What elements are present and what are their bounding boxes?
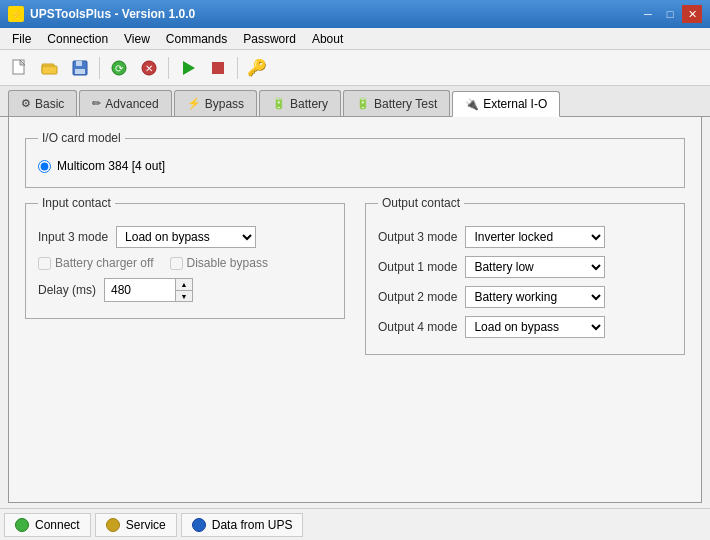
save-button[interactable] [66,55,94,81]
delay-label: Delay (ms) [38,283,96,297]
output3-select[interactable]: Inverter locked Battery low Battery work… [465,226,605,248]
window-controls: ─ □ ✕ [638,5,702,23]
menu-commands[interactable]: Commands [158,30,235,48]
output2-label: Output 2 mode [378,290,457,304]
save-icon [71,59,89,77]
svg-rect-6 [75,69,85,74]
open-icon [41,59,59,77]
play-button[interactable] [174,55,202,81]
io-model-label: Multicom 384 [4 out] [57,159,165,173]
output4-label: Output 4 mode [378,320,457,334]
service-status-dot [106,518,120,532]
toolbar-separator-2 [168,57,169,79]
battery-charger-checkbox [38,257,51,270]
io-model-radio[interactable] [38,160,51,173]
data-status-dot [192,518,206,532]
window-title: UPSToolsPlus - Version 1.0.0 [30,7,195,21]
battery-charger-label: Battery charger off [55,256,154,270]
checkboxes-row: Battery charger off Disable bypass [38,256,332,270]
tab-battery-icon: 🔋 [272,97,286,110]
io-columns: Input contact Input 3 mode Load on bypas… [19,192,691,359]
maximize-button[interactable]: □ [660,5,680,23]
output3-row: Output 3 mode Inverter locked Battery lo… [378,226,672,248]
output1-label: Output 1 mode [378,260,457,274]
new-button[interactable] [6,55,34,81]
delay-row: Delay (ms) 480 ▲ ▼ [38,278,332,302]
input3-row: Input 3 mode Load on bypass Battery low … [38,226,332,248]
svg-rect-12 [212,62,224,74]
battery-charger-checkbox-label: Battery charger off [38,256,154,270]
menu-connection[interactable]: Connection [39,30,116,48]
input-contact-legend: Input contact [38,196,115,210]
tab-battery-test[interactable]: 🔋 Battery Test [343,90,450,116]
connect-button[interactable]: ⟳ [105,55,133,81]
stop-icon [209,59,227,77]
output4-row: Output 4 mode Inverter locked Battery lo… [378,316,672,338]
output4-select[interactable]: Inverter locked Battery low Battery work… [465,316,605,338]
menu-view[interactable]: View [116,30,158,48]
minimize-button[interactable]: ─ [638,5,658,23]
menu-password[interactable]: Password [235,30,304,48]
delay-input[interactable]: 480 [105,279,175,301]
tab-bar: ⚙ Basic ✏ Advanced ⚡ Bypass 🔋 Battery 🔋 … [0,86,710,117]
svg-marker-11 [183,61,195,75]
toolbar: ⟳ ✕ 🔑 [0,50,710,86]
delay-up-button[interactable]: ▲ [176,279,192,290]
output3-label: Output 3 mode [378,230,457,244]
connect-status[interactable]: Connect [4,513,91,537]
io-card-legend: I/O card model [38,131,125,145]
data-status[interactable]: Data from UPS [181,513,304,537]
output-contact-col: Output contact Output 3 mode Inverter lo… [359,192,691,359]
input-contact-col: Input contact Input 3 mode Load on bypas… [19,192,351,359]
key-icon: 🔑 [247,58,267,77]
tab-external-io-label: External I-O [483,97,547,111]
input3-select[interactable]: Load on bypass Battery low Battery worki… [116,226,256,248]
input3-label: Input 3 mode [38,230,108,244]
new-icon [11,59,29,77]
disconnect-icon: ✕ [140,59,158,77]
tab-bypass-label: Bypass [205,97,244,111]
disable-bypass-label: Disable bypass [187,256,268,270]
tab-battery-test-label: Battery Test [374,97,437,111]
delay-down-button[interactable]: ▼ [176,290,192,301]
key-button[interactable]: 🔑 [243,55,271,81]
delay-spinner-btns: ▲ ▼ [175,279,192,301]
output1-select[interactable]: Inverter locked Battery low Battery work… [465,256,605,278]
service-status-label: Service [126,518,166,532]
input-contact-panel: Input contact Input 3 mode Load on bypas… [25,196,345,319]
output2-select[interactable]: Inverter locked Battery low Battery work… [465,286,605,308]
output1-row: Output 1 mode Inverter locked Battery lo… [378,256,672,278]
output2-row: Output 2 mode Inverter locked Battery lo… [378,286,672,308]
tab-basic-label: Basic [35,97,64,111]
tab-external-io-icon: 🔌 [465,98,479,111]
app-icon: ⚡ [8,6,24,22]
tab-advanced-icon: ✏ [92,97,101,110]
tab-battery-label: Battery [290,97,328,111]
output-contact-legend: Output contact [378,196,464,210]
disable-bypass-checkbox-label: Disable bypass [170,256,268,270]
connect-status-dot [15,518,29,532]
status-bar: Connect Service Data from UPS [0,508,710,540]
toolbar-separator-3 [237,57,238,79]
tab-external-io[interactable]: 🔌 External I-O [452,91,560,117]
toolbar-separator-1 [99,57,100,79]
io-card-model-row: Multicom 384 [4 out] [38,159,672,173]
tab-battery[interactable]: 🔋 Battery [259,90,341,116]
io-card-panel: I/O card model Multicom 384 [4 out] [25,131,685,188]
menu-bar: File Connection View Commands Password A… [0,28,710,50]
tab-basic[interactable]: ⚙ Basic [8,90,77,116]
data-status-label: Data from UPS [212,518,293,532]
tab-bypass[interactable]: ⚡ Bypass [174,90,257,116]
service-status[interactable]: Service [95,513,177,537]
disable-bypass-checkbox [170,257,183,270]
svg-text:✕: ✕ [145,63,153,74]
close-button[interactable]: ✕ [682,5,702,23]
tab-bypass-icon: ⚡ [187,97,201,110]
svg-rect-5 [76,61,82,66]
open-button[interactable] [36,55,64,81]
menu-about[interactable]: About [304,30,351,48]
menu-file[interactable]: File [4,30,39,48]
disconnect-button[interactable]: ✕ [135,55,163,81]
stop-button[interactable] [204,55,232,81]
tab-advanced[interactable]: ✏ Advanced [79,90,171,116]
